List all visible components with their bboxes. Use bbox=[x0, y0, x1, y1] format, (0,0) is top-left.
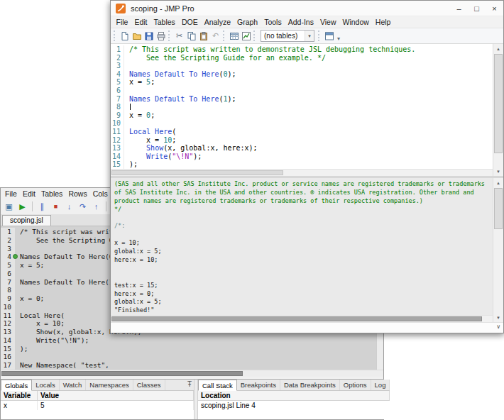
log-horizontal-scrollbar[interactable] bbox=[111, 315, 493, 322]
panel-tab[interactable]: Log bbox=[371, 380, 390, 390]
menu-item[interactable]: Tools bbox=[261, 18, 285, 26]
editor-line: 5x = 5; bbox=[111, 78, 493, 87]
toolbar-grip[interactable] bbox=[168, 31, 171, 41]
menu-item[interactable]: Tables bbox=[150, 18, 178, 26]
menu-item[interactable]: Add-Ins bbox=[285, 18, 317, 26]
toolbar-grip[interactable] bbox=[318, 31, 321, 41]
tab-scoping-jsl[interactable]: scoping.jsl bbox=[2, 215, 51, 226]
editor-line: 10 bbox=[111, 119, 493, 128]
line-number: 15 bbox=[1, 345, 15, 353]
menu-item[interactable]: Analyze bbox=[201, 18, 234, 26]
pin-icon[interactable]: Ŧ bbox=[187, 380, 192, 388]
code-segment: Names Default To Here bbox=[129, 70, 219, 78]
scroll-up-arrow[interactable]: ▲ bbox=[493, 178, 503, 187]
scrollbar-thumb[interactable] bbox=[494, 54, 503, 153]
log-vertical-scrollbar[interactable]: ▲ ▼ bbox=[493, 178, 503, 322]
script-window-icon[interactable]: ▣ bbox=[2, 200, 16, 213]
panel-tab[interactable]: Globals bbox=[1, 380, 32, 391]
log-pane[interactable]: (SAS and all other SAS Institute Inc. pr… bbox=[111, 178, 493, 315]
log-line: product names are registered trademarks … bbox=[114, 197, 493, 206]
code-text: Show(x, global:x, here:x); bbox=[124, 144, 258, 153]
step-over-icon[interactable]: ↷ bbox=[76, 200, 89, 213]
code-segment: Write bbox=[146, 153, 168, 160]
menu-item[interactable]: View bbox=[317, 18, 339, 26]
title-bar: scoping - JMP Pro – □ × bbox=[111, 1, 503, 16]
step-into-icon[interactable]: ↓ bbox=[62, 200, 76, 213]
menu-item[interactable]: File bbox=[2, 189, 20, 198]
code-segment: ); bbox=[193, 153, 202, 160]
new-script-icon[interactable] bbox=[119, 30, 131, 43]
graph-icon[interactable] bbox=[240, 30, 252, 43]
save-icon[interactable] bbox=[143, 30, 155, 43]
panel-tab[interactable]: Breakpoints bbox=[237, 380, 280, 390]
panel-tab[interactable]: Data Breakpoints bbox=[280, 380, 340, 390]
panel-tab[interactable]: Namespaces bbox=[86, 380, 133, 390]
cut-icon[interactable]: ✂ bbox=[173, 30, 185, 43]
menu-item[interactable]: Graph bbox=[234, 18, 261, 26]
panel-tab[interactable]: Call Stack bbox=[198, 380, 237, 391]
menu-item[interactable]: Edit bbox=[20, 189, 38, 198]
toolbar-grip[interactable] bbox=[253, 31, 256, 41]
scroll-down-arrow[interactable]: ▼ bbox=[493, 313, 503, 322]
code-segment: x = bbox=[129, 111, 146, 119]
chevron-down-icon[interactable]: ∨ bbox=[496, 324, 500, 330]
menu-item[interactable]: Help bbox=[372, 18, 394, 26]
code-text: New Namespace( "test", bbox=[15, 361, 109, 370]
table-row[interactable]: scoping.jsl Line 4 bbox=[198, 401, 390, 410]
copy-icon[interactable] bbox=[185, 30, 197, 43]
panel-tab[interactable]: Options bbox=[340, 380, 371, 390]
toolbar-grip[interactable] bbox=[114, 31, 116, 41]
menu-item[interactable]: Cols bbox=[90, 189, 111, 198]
panel-tab[interactable]: Classes bbox=[133, 380, 165, 390]
close-button[interactable]: × bbox=[486, 1, 503, 16]
script-editor[interactable]: 1/* This script was written to demonstra… bbox=[111, 44, 493, 169]
pause-icon[interactable]: ∥ bbox=[35, 200, 49, 213]
menu-item[interactable]: File bbox=[113, 18, 131, 26]
column-header[interactable]: Location bbox=[198, 391, 390, 400]
menu-item[interactable]: Edit bbox=[131, 18, 150, 26]
tables-dropdown[interactable]: (no tables) ▾ bbox=[261, 30, 314, 42]
panel-tab[interactable]: Watch bbox=[60, 380, 87, 390]
menu-item[interactable]: Rows bbox=[65, 189, 89, 198]
editor-vertical-scrollbar[interactable]: ▲ ▼ bbox=[493, 44, 503, 176]
table-row[interactable]: x 5 bbox=[1, 401, 194, 410]
scrollbar-thumb[interactable] bbox=[111, 170, 283, 175]
column-header[interactable]: Value bbox=[38, 391, 194, 400]
paste-icon[interactable] bbox=[197, 30, 209, 43]
menu-item[interactable]: Tables bbox=[38, 189, 65, 198]
maximize-button[interactable]: □ bbox=[468, 1, 486, 16]
menu-item[interactable]: Window bbox=[339, 18, 372, 26]
debugger-horizontal-scrollbar[interactable] bbox=[1, 370, 383, 377]
data-table-icon[interactable] bbox=[228, 30, 240, 43]
column-header[interactable]: Variable bbox=[1, 391, 38, 400]
editor-horizontal-scrollbar[interactable] bbox=[111, 169, 493, 176]
scrollbar-thumb[interactable] bbox=[494, 188, 503, 229]
print-icon[interactable] bbox=[155, 30, 167, 43]
line-number: 14 bbox=[111, 153, 124, 161]
step-out-icon[interactable]: ↑ bbox=[89, 200, 103, 213]
new-window-icon[interactable] bbox=[323, 30, 335, 43]
scroll-down-arrow[interactable]: ▼ bbox=[493, 167, 503, 176]
code-text: Names Default To Here(0); bbox=[15, 253, 121, 261]
toolbar-grip[interactable] bbox=[223, 31, 226, 41]
code-segment: ); bbox=[228, 70, 236, 78]
open-icon[interactable] bbox=[131, 30, 143, 43]
editor-line: 6 bbox=[111, 87, 493, 95]
scrollbar-thumb[interactable] bbox=[1, 371, 243, 376]
minimize-button[interactable]: – bbox=[450, 1, 468, 16]
code-segment: Names Default To Here bbox=[129, 95, 219, 103]
panel-tab[interactable]: Locals bbox=[32, 380, 59, 390]
line-number: 7 bbox=[1, 278, 15, 287]
status-strip: ∨ bbox=[111, 322, 503, 333]
scrollbar-thumb[interactable] bbox=[111, 316, 482, 321]
line-number: 11 bbox=[111, 128, 124, 136]
menu-item[interactable]: DOE bbox=[178, 18, 201, 26]
undo-icon[interactable]: ↶ bbox=[209, 30, 221, 43]
scroll-up-arrow[interactable]: ▲ bbox=[493, 44, 503, 53]
toolbar-overflow-icon[interactable]: ▾ bbox=[337, 35, 340, 43]
go-icon[interactable]: ▶ bbox=[16, 200, 29, 213]
code-text: x = 0; bbox=[124, 111, 155, 120]
editor-line: 11Local Here( bbox=[111, 128, 493, 136]
stop-icon[interactable]: ■ bbox=[49, 200, 62, 213]
code-text bbox=[124, 62, 129, 70]
